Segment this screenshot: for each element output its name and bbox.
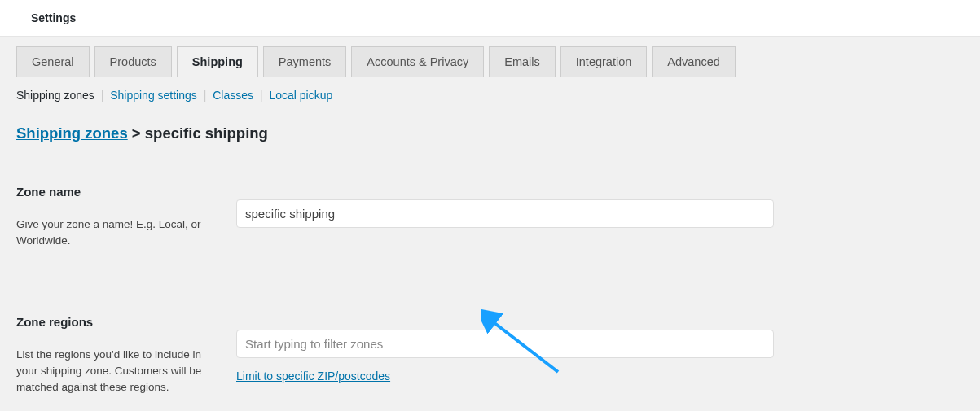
zone-name-input[interactable] bbox=[236, 199, 774, 228]
zone-regions-label: Zone regions bbox=[16, 315, 220, 329]
breadcrumb-separator: > bbox=[132, 125, 141, 142]
subtab-separator: | bbox=[260, 89, 266, 102]
tab-emails[interactable]: Emails bbox=[489, 46, 556, 77]
subtab-classes[interactable]: Classes bbox=[213, 89, 253, 102]
settings-tabs: General Products Shipping Payments Accou… bbox=[16, 46, 964, 77]
zone-regions-desc: List the regions you'd like to include i… bbox=[16, 347, 220, 396]
tab-accounts-privacy[interactable]: Accounts & Privacy bbox=[351, 46, 484, 77]
subtab-shipping-zones[interactable]: Shipping zones bbox=[16, 89, 94, 102]
zone-name-row: Zone name Give your zone a name! E.g. Lo… bbox=[16, 185, 964, 250]
page-header: Settings bbox=[0, 0, 980, 37]
subtab-shipping-settings[interactable]: Shipping settings bbox=[110, 89, 197, 102]
limit-zip-link[interactable]: Limit to specific ZIP/postcodes bbox=[236, 369, 390, 383]
tab-general[interactable]: General bbox=[16, 46, 90, 77]
tab-integration[interactable]: Integration bbox=[560, 46, 648, 77]
subtab-local-pickup[interactable]: Local pickup bbox=[269, 89, 332, 102]
tab-payments[interactable]: Payments bbox=[263, 46, 346, 77]
breadcrumb: Shipping zones > specific shipping bbox=[16, 125, 964, 142]
subtab-separator: | bbox=[101, 89, 108, 102]
zone-name-desc: Give your zone a name! E.g. Local, or Wo… bbox=[16, 216, 220, 250]
tab-advanced[interactable]: Advanced bbox=[652, 46, 736, 77]
shipping-subtabs: Shipping zones | Shipping settings | Cla… bbox=[16, 89, 964, 102]
content-area: General Products Shipping Payments Accou… bbox=[0, 37, 980, 411]
breadcrumb-root[interactable]: Shipping zones bbox=[16, 125, 128, 142]
page-title: Settings bbox=[31, 11, 949, 24]
zone-regions-input[interactable] bbox=[236, 330, 774, 358]
zone-regions-row: Zone regions List the regions you'd like… bbox=[16, 315, 964, 396]
zone-name-label: Zone name bbox=[16, 185, 220, 199]
form-area: Zone name Give your zone a name! E.g. Lo… bbox=[16, 185, 964, 396]
tab-products[interactable]: Products bbox=[94, 46, 172, 77]
breadcrumb-current: specific shipping bbox=[145, 125, 268, 142]
tab-shipping[interactable]: Shipping bbox=[177, 46, 258, 77]
subtab-separator: | bbox=[204, 89, 210, 102]
